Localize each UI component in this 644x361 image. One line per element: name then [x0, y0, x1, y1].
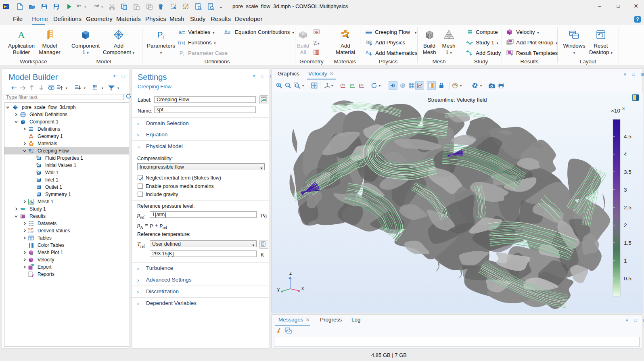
svg-text:×10: ×10 [611, 108, 620, 114]
svg-text:3: 3 [624, 187, 627, 193]
svg-text:D: D [36, 155, 39, 159]
svg-text:D: D [36, 163, 39, 166]
svg-text:A: A [18, 29, 25, 40]
svg-text:4: 4 [624, 151, 627, 157]
svg-text:x: x [301, 286, 304, 291]
svg-text:4.5: 4.5 [624, 134, 631, 140]
svg-text:(x): (x) [180, 40, 185, 45]
svg-text:e-12: e-12 [28, 231, 33, 234]
svg-text:yz: yz [351, 83, 354, 86]
svg-text:z: z [289, 270, 292, 276]
svg-text:P: P [157, 30, 163, 39]
svg-text:P: P [180, 50, 183, 56]
svg-text:2.5: 2.5 [624, 204, 631, 211]
svg-text:0.5: 0.5 [624, 275, 631, 282]
svg-text:1.5: 1.5 [624, 240, 631, 246]
svg-text:Δu: Δu [224, 29, 230, 35]
svg-text:i: i [183, 52, 184, 56]
svg-text:i: i [163, 34, 164, 40]
svg-text:8.85: 8.85 [28, 228, 33, 231]
svg-text:xy: xy [342, 83, 345, 86]
svg-text:▾: ▾ [318, 42, 319, 46]
svg-text:D: D [36, 170, 39, 173]
svg-text:2: 2 [624, 222, 627, 228]
svg-text:a: a [179, 29, 182, 35]
svg-text:3.5: 3.5 [624, 169, 631, 175]
svg-text:y: y [277, 286, 280, 292]
svg-text:1: 1 [624, 258, 627, 264]
svg-text:-3: -3 [621, 106, 625, 111]
svg-text:Streamline: Velocity field: Streamline: Velocity field [427, 97, 487, 103]
svg-text:xz: xz [360, 83, 364, 86]
